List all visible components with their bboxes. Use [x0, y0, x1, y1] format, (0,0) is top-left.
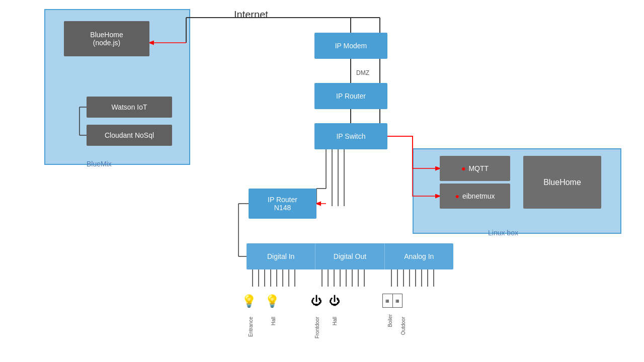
- dmz-label: DMZ: [356, 69, 369, 76]
- cloudant-nosql-node: Cloudant NoSql: [87, 125, 172, 146]
- bluehome-linux-node: BlueHome: [523, 156, 601, 209]
- hall-bulb-icon: 💡: [265, 294, 280, 308]
- bluemix-label: BlueMix: [87, 160, 112, 168]
- boiler-label: Boiler: [387, 314, 393, 327]
- bluehome-nodejs-node: BlueHome (node.js): [64, 21, 149, 56]
- linux-box-label: Linux box: [488, 229, 518, 237]
- digital-out-label: Digital Out: [315, 243, 384, 269]
- eibnetmux-node: ● eibnetmux: [440, 184, 510, 209]
- ip-router-node: IP Router: [314, 83, 387, 109]
- hall-power-icon: ⏻: [329, 295, 340, 308]
- analog-in-label: Analog In: [385, 243, 453, 269]
- io-bar: Digital In Digital Out Analog In: [247, 243, 453, 269]
- internet-label: Internet: [234, 9, 268, 21]
- watson-iot-node: Watson IoT: [87, 97, 172, 118]
- frontdoor-label: Frontdoor: [314, 317, 320, 338]
- entrance-label: Entrance: [248, 317, 254, 337]
- ip-modem-node: IP Modem: [314, 33, 387, 59]
- ip-router-n148-node: IP Router N148: [249, 189, 316, 219]
- outdoor-label: Outdoor: [400, 317, 406, 335]
- hall-bulb-label: Hall: [271, 317, 276, 325]
- boiler-outdoor-box: ▦ ▦: [382, 294, 403, 308]
- frontdoor-power-icon: ⏻: [311, 295, 322, 308]
- diagram: Internet DMZ BlueMix Linux box BlueHome …: [0, 0, 644, 362]
- mqtt-node: ● MQTT: [440, 156, 510, 181]
- entrance-bulb-icon: 💡: [242, 294, 257, 308]
- hall-power-label: Hall: [332, 317, 338, 325]
- digital-in-label: Digital In: [247, 243, 315, 269]
- ip-switch-node: IP Switch: [314, 123, 387, 149]
